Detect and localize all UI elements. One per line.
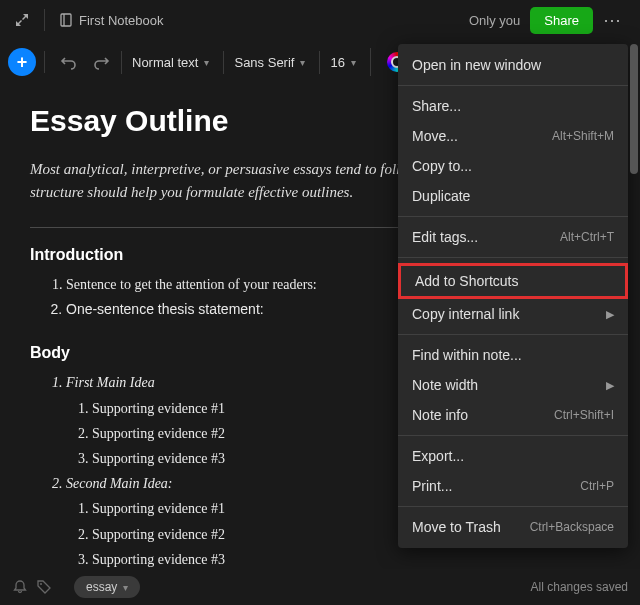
window-header: First Notebook Only you Share ⋯ xyxy=(0,0,640,40)
menu-print[interactable]: Print...Ctrl+P xyxy=(398,471,628,501)
menu-export[interactable]: Export... xyxy=(398,441,628,471)
undo-icon[interactable] xyxy=(53,53,85,71)
insert-button[interactable]: + xyxy=(8,48,36,76)
svg-point-2 xyxy=(40,583,42,585)
menu-separator xyxy=(398,435,628,436)
menu-separator xyxy=(398,257,628,258)
menu-note-info[interactable]: Note infoCtrl+Shift+I xyxy=(398,400,628,430)
menu-add-to-shortcuts[interactable]: Add to Shortcuts xyxy=(398,263,628,299)
notebook-icon xyxy=(59,13,73,27)
scrollbar-thumb[interactable] xyxy=(630,44,638,174)
paragraph-style-label: Normal text xyxy=(132,55,198,70)
shortcut-label: Alt+Shift+M xyxy=(552,129,614,143)
status-bar: essay ▾ All changes saved xyxy=(0,569,640,605)
menu-copy-internal-link[interactable]: Copy internal link▶ xyxy=(398,299,628,329)
menu-separator xyxy=(398,216,628,217)
save-status: All changes saved xyxy=(531,580,628,594)
tag-label: essay xyxy=(86,580,117,594)
menu-separator xyxy=(398,506,628,507)
divider xyxy=(44,9,45,31)
notebook-name: First Notebook xyxy=(79,13,164,28)
note-context-menu: Open in new window Share... Move...Alt+S… xyxy=(398,44,628,548)
menu-separator xyxy=(398,334,628,335)
font-size-label: 16 xyxy=(330,55,344,70)
notebook-button[interactable]: First Notebook xyxy=(53,9,170,32)
chevron-down-icon: ▾ xyxy=(351,57,356,68)
chevron-down-icon: ▾ xyxy=(204,57,209,68)
chevron-down-icon: ▾ xyxy=(300,57,305,68)
menu-note-width[interactable]: Note width▶ xyxy=(398,370,628,400)
chevron-down-icon: ▾ xyxy=(123,582,128,593)
menu-move[interactable]: Move...Alt+Shift+M xyxy=(398,121,628,151)
menu-edit-tags[interactable]: Edit tags...Alt+Ctrl+T xyxy=(398,222,628,252)
font-family-label: Sans Serif xyxy=(234,55,294,70)
redo-icon[interactable] xyxy=(85,53,117,71)
shortcut-label: Ctrl+Shift+I xyxy=(554,408,614,422)
menu-share[interactable]: Share... xyxy=(398,91,628,121)
share-button[interactable]: Share xyxy=(530,7,593,34)
menu-duplicate[interactable]: Duplicate xyxy=(398,181,628,211)
menu-find-within[interactable]: Find within note... xyxy=(398,340,628,370)
visibility-label[interactable]: Only you xyxy=(469,13,520,28)
menu-separator xyxy=(398,85,628,86)
shortcut-label: Ctrl+Backspace xyxy=(530,520,614,534)
font-size-dropdown[interactable]: 16 ▾ xyxy=(319,51,365,74)
submenu-arrow-icon: ▶ xyxy=(606,379,614,392)
svg-rect-0 xyxy=(61,14,71,26)
reminder-icon[interactable] xyxy=(12,579,28,595)
scrollbar-track[interactable] xyxy=(630,44,638,569)
divider xyxy=(44,51,45,73)
tag-icon[interactable] xyxy=(36,579,52,595)
paragraph-style-dropdown[interactable]: Normal text ▾ xyxy=(121,51,219,74)
shortcut-label: Ctrl+P xyxy=(580,479,614,493)
shortcut-label: Alt+Ctrl+T xyxy=(560,230,614,244)
more-icon[interactable]: ⋯ xyxy=(593,9,632,31)
menu-copy-to[interactable]: Copy to... xyxy=(398,151,628,181)
menu-open-new-window[interactable]: Open in new window xyxy=(398,50,628,80)
menu-move-to-trash[interactable]: Move to TrashCtrl+Backspace xyxy=(398,512,628,542)
tag-pill[interactable]: essay ▾ xyxy=(74,576,140,598)
expand-icon[interactable] xyxy=(8,6,36,34)
font-family-dropdown[interactable]: Sans Serif ▾ xyxy=(223,51,315,74)
submenu-arrow-icon: ▶ xyxy=(606,308,614,321)
